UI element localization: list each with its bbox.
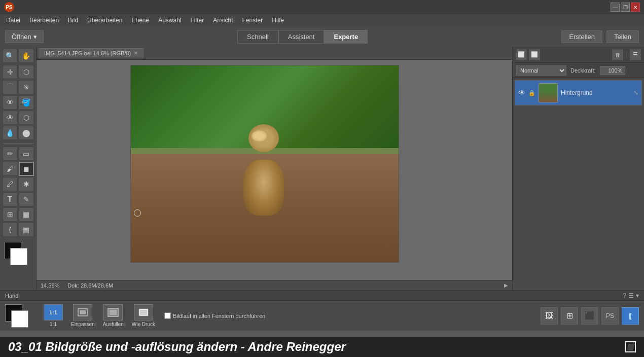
minimize-button[interactable]: — <box>611 3 620 12</box>
sync-scroll-checkbox[interactable] <box>164 312 171 319</box>
bottom-icon-5[interactable]: ⟦ <box>622 307 639 325</box>
tool-row-zoom: 🔍 ✋ <box>3 49 34 63</box>
eye-tool[interactable]: 👁 <box>3 95 18 110</box>
canvas-content[interactable] <box>37 60 512 280</box>
layer-name: Hintergrund <box>561 89 630 96</box>
pattern2-tool[interactable]: ▦ <box>19 223 34 237</box>
close-button[interactable]: ✕ <box>631 3 640 12</box>
tab-close[interactable]: ✕ <box>134 50 138 56</box>
menu-hilfe[interactable]: Hilfe <box>268 16 288 25</box>
maximize-button[interactable]: ❐ <box>621 3 630 12</box>
sync-scroll-label: Bildlauf in allen Fenstern durchführen <box>173 313 265 319</box>
layer-item[interactable]: 👁 🔒 Hintergrund ⤡ <box>515 80 642 105</box>
menu-filter[interactable]: Filter <box>187 16 208 25</box>
bottom-color-swatches <box>5 304 28 328</box>
delete-layer-btn[interactable]: 🗑 <box>612 49 623 60</box>
layer-thumbnail <box>539 83 558 102</box>
canvas-tab[interactable]: IMG_5414.JPG bei 14,6% (RGB/8) ✕ <box>39 48 144 58</box>
new-layer-btn[interactable]: ⬜ <box>516 49 527 60</box>
zoom-tool[interactable]: 🔍 <box>3 49 18 63</box>
tool-name-label: Hand <box>5 293 18 299</box>
eyedropper[interactable]: 🖊 <box>3 177 18 191</box>
layer-visibility-toggle[interactable]: 👁 <box>518 89 525 97</box>
help-menu[interactable]: ☰ <box>628 292 634 299</box>
view-btn-1-1[interactable]: 1:1 1:1 <box>44 304 63 327</box>
help-icons: ? ☰ ▾ <box>623 292 639 299</box>
paint-bucket[interactable]: 🪣 <box>19 95 34 110</box>
menu-fenster[interactable]: Fenster <box>238 16 267 25</box>
tool-row-shape: ⊞ ▦ <box>3 207 34 222</box>
bottom-icon-3[interactable]: ⬛ <box>581 307 598 325</box>
help-question[interactable]: ? <box>623 292 626 299</box>
menu-auswahl[interactable]: Auswahl <box>154 16 185 25</box>
move-tool[interactable]: ✛ <box>3 65 18 79</box>
gradient-tool[interactable]: ⟨ <box>3 223 18 237</box>
view-btn-wie-druck[interactable]: Wie Druck <box>132 304 155 327</box>
layer-options-btn[interactable]: ☰ <box>630 49 641 60</box>
menu-ansicht[interactable]: Ansicht <box>209 16 237 25</box>
hand-tool[interactable]: ✋ <box>19 49 34 63</box>
zoom-level: 14,58% <box>41 282 59 289</box>
tool-row-select2: 👁 🪣 <box>3 95 34 110</box>
bottom-icon-1[interactable]: 🖼 <box>541 307 558 325</box>
main-area: 🔍 ✋ ✛ ⬡ ⌒ ✳ 👁 🪣 👁 ⬡ 💧 ⬤ ✏ ▭ 🖌 <box>0 47 644 290</box>
water-drop[interactable]: 💧 <box>3 126 18 140</box>
title-controls: — ❐ ✕ <box>611 3 640 12</box>
menu-ebene[interactable]: Ebene <box>127 16 153 25</box>
tool-row-selection: ✛ ⬡ <box>3 65 34 79</box>
tab-schnell[interactable]: Schnell <box>237 30 278 44</box>
redeye-tool[interactable]: 👁 <box>3 111 18 125</box>
view-btn-ausfuellen[interactable]: Ausfüllen <box>103 304 124 327</box>
layer-mode-select[interactable]: Normal Aufhellen Abdunkeln Multipliziere… <box>516 65 566 76</box>
crop-tool[interactable]: ⊞ <box>3 207 18 222</box>
help-arrow[interactable]: ▾ <box>636 292 639 299</box>
tool-row-pattern: 🖌 ◼ <box>3 162 34 176</box>
quick-select[interactable]: ✳ <box>19 80 34 94</box>
sponge-tool[interactable]: ⬤ <box>19 126 34 140</box>
tab-experte[interactable]: Experte <box>324 30 368 44</box>
magnetic-lasso[interactable]: ⌒ <box>3 80 18 94</box>
layer-toolbar: ⬜ ⬜ 🗑 ☰ <box>513 47 644 63</box>
smudge-tool[interactable]: ✱ <box>19 177 34 191</box>
view-icon-1-1: 1:1 <box>44 304 63 320</box>
tab-name: IMG_5414.JPG bei 14,6% (RGB/8) <box>44 50 131 56</box>
checkbox-row: Bildlauf in allen Fenstern durchführen <box>164 312 265 319</box>
brush-tool[interactable]: ✏ <box>3 147 18 161</box>
status-bar: 14,58% Dok: 28,6M/28,6M ▶ <box>37 280 512 290</box>
right-buttons: Erstellen Teilen <box>561 30 639 43</box>
erstellen-button[interactable]: Erstellen <box>561 30 602 43</box>
view-btn-einpassen[interactable]: Einpassen <box>71 304 95 327</box>
menu-bild[interactable]: Bild <box>64 16 82 25</box>
menu-datei[interactable]: Datei <box>2 16 24 25</box>
opacity-input[interactable] <box>600 66 625 75</box>
teilen-button[interactable]: Teilen <box>606 30 639 43</box>
layer-options: Normal Aufhellen Abdunkeln Multipliziere… <box>513 63 644 78</box>
text-tool[interactable]: T <box>3 192 18 206</box>
right-panel: ⬜ ⬜ 🗑 ☰ Normal Aufhellen Abdunkeln Multi… <box>512 47 644 290</box>
view-icon-wie-druck <box>134 304 153 320</box>
menu-ueberarbeiten[interactable]: Überarbeiten <box>83 16 126 25</box>
lasso-tool[interactable]: ⬡ <box>19 65 34 79</box>
bottom-icon-4[interactable]: PS <box>601 307 619 325</box>
svg-rect-1 <box>80 310 86 314</box>
left-toolbar: 🔍 ✋ ✛ ⬡ ⌒ ✳ 👁 🪣 👁 ⬡ 💧 ⬤ ✏ ▭ 🖌 <box>0 47 37 290</box>
view-label-1-1: 1:1 <box>50 322 57 327</box>
open-button[interactable]: Öffnen ▾ <box>5 30 44 43</box>
bottom-icon-2[interactable]: ⊞ <box>561 307 578 325</box>
stamp-tool[interactable]: ⬡ <box>19 111 34 125</box>
view-label-wie-druck: Wie Druck <box>132 322 155 327</box>
ruler-tool[interactable]: ▦ <box>19 207 34 222</box>
eraser-tool[interactable]: ▭ <box>19 147 34 161</box>
tab-assistent[interactable]: Assistent <box>278 30 325 44</box>
duplicate-layer-btn[interactable]: ⬜ <box>529 49 540 60</box>
mode-tabs: Schnell Assistent Experte <box>237 30 368 44</box>
tool-row-lasso: ⌒ ✳ <box>3 80 34 94</box>
view-label-einpassen: Einpassen <box>71 322 95 327</box>
bottom-bg-color[interactable] <box>11 310 28 328</box>
menu-bearbeiten[interactable]: Bearbeiten <box>25 16 63 25</box>
background-color[interactable] <box>10 248 27 265</box>
color-swatch[interactable]: ◼ <box>19 162 34 176</box>
pencil-tool[interactable]: ✎ <box>19 192 34 206</box>
pattern-tool[interactable]: 🖌 <box>3 162 18 176</box>
scroll-right[interactable]: ▶ <box>504 282 508 288</box>
